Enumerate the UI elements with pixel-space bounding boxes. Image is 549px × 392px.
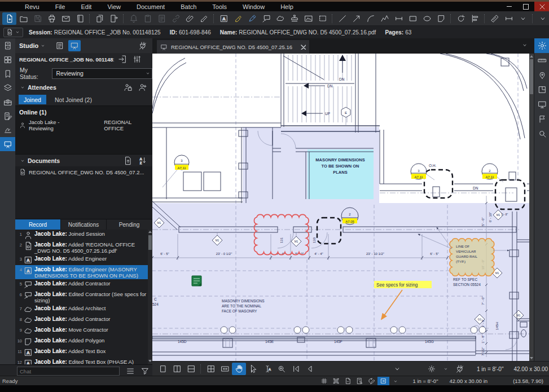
callout-tool[interactable] — [259, 12, 273, 25]
previous-page-button[interactable] — [302, 363, 317, 375]
record-row[interactable]: 12 Jacob Lake: Edited Text Box (PHASE A) — [15, 358, 148, 364]
sidebar-item-spaces[interactable] — [534, 82, 549, 97]
alignment-tool[interactable] — [468, 12, 482, 25]
sidebar-item-thumbnails[interactable] — [0, 52, 15, 67]
tab-not-joined[interactable]: Not Joined (2) — [50, 95, 97, 104]
sidebar-item-studio[interactable] — [0, 137, 15, 151]
sidebar-item-places[interactable] — [534, 68, 549, 82]
polygon-tool[interactable] — [434, 12, 448, 25]
insert-page-button[interactable] — [107, 12, 121, 25]
measure-tool[interactable] — [487, 12, 502, 25]
viewer-vscrollbar[interactable] — [529, 54, 534, 361]
snap-toggle-button[interactable] — [330, 377, 342, 385]
close-button[interactable] — [534, 2, 549, 11]
record-row[interactable]: 10 Jacob Lake: Added Polygon — [15, 336, 148, 347]
active-session-button[interactable] — [68, 40, 81, 51]
select-text-button[interactable] — [260, 363, 274, 375]
sidebar-item-search[interactable] — [534, 126, 549, 141]
minimize-button[interactable] — [500, 2, 517, 11]
viewer-page-size[interactable]: 42.00 x 30.00 in — [513, 366, 549, 372]
select-tool-button[interactable] — [246, 363, 260, 375]
snap-markup-button[interactable] — [354, 377, 366, 385]
cloud-tool[interactable] — [273, 12, 287, 25]
menu-help[interactable]: Help — [273, 3, 301, 10]
chevron-down-icon[interactable] — [20, 158, 25, 164]
copy-page-button[interactable] — [93, 12, 107, 25]
alerts-button[interactable] — [126, 12, 140, 25]
sidebar-item-file-access[interactable] — [0, 38, 15, 52]
record-row[interactable]: 9 Jacob Lake: Move Contractor — [15, 325, 148, 336]
record-row[interactable]: 8 Jacob Lake: Added Contractor — [15, 315, 148, 325]
rectangle-tool[interactable] — [406, 12, 420, 25]
menu-document[interactable]: Document — [129, 3, 173, 10]
session-list-button[interactable] — [54, 40, 66, 51]
record-row[interactable]: 7 Jacob Lake: Added Architect — [15, 304, 148, 315]
offline-indicator-button[interactable] — [137, 40, 149, 51]
sidebar-item-bookmarks[interactable] — [0, 67, 15, 81]
snapshot-tool[interactable] — [315, 12, 330, 25]
status-scale[interactable]: 1 in = 8'-0" — [412, 378, 438, 384]
single-page-button[interactable] — [156, 363, 170, 375]
tab-list-button[interactable] — [521, 42, 528, 49]
chat-input[interactable] — [17, 367, 120, 376]
tab-notifications[interactable]: Notifications — [61, 219, 107, 230]
email-button[interactable] — [59, 12, 73, 25]
document-tab[interactable]: REGIONAL OFFICE_DWG NO. D5 4500_07.25.16 — [157, 40, 309, 54]
menu-edit[interactable]: Edit — [73, 3, 99, 10]
document-list-item[interactable]: REGIONAL OFFICE_DWG NO. D5 4500_07.2... — [15, 166, 152, 178]
stamp-tool[interactable] — [287, 12, 301, 25]
leave-session-button[interactable] — [116, 54, 129, 65]
sidebar-item-layers[interactable] — [0, 81, 15, 95]
sidebar-item-properties[interactable] — [534, 38, 549, 53]
record-row[interactable]: 11 Jacob Lake: Added Text Box — [15, 347, 148, 358]
paste-button[interactable] — [140, 12, 155, 25]
profiles-button[interactable] — [73, 12, 87, 25]
toolbar-overflow-button[interactable] — [535, 12, 549, 25]
split-horizontal-button[interactable] — [184, 363, 198, 375]
flatten-button[interactable] — [197, 12, 211, 25]
chat-options-button[interactable] — [124, 365, 137, 377]
record-scrollbar[interactable] — [148, 230, 152, 364]
hyperlink-button[interactable] — [169, 12, 183, 25]
pen-tool[interactable] — [245, 12, 259, 25]
sidebar-item-measurements[interactable] — [534, 53, 549, 68]
menu-batch[interactable]: Batch — [173, 3, 204, 10]
record-row[interactable]: 1 Jacob Lake: Joined Session — [15, 230, 148, 240]
fit-page-button[interactable] — [204, 363, 218, 375]
sidebar-item-signatures[interactable] — [0, 123, 15, 137]
grid-toggle-button[interactable] — [318, 377, 330, 385]
polyline-tool[interactable] — [377, 12, 392, 25]
note-markup[interactable] — [192, 276, 201, 286]
session-settings-button[interactable] — [131, 54, 143, 65]
tab-joined[interactable]: Joined — [19, 95, 46, 104]
record-filter-button[interactable] — [139, 365, 151, 377]
calibrate-tool[interactable] — [502, 12, 516, 25]
snap-angle-button[interactable] — [366, 377, 377, 385]
menu-revu[interactable]: Revu — [17, 3, 47, 10]
add-document-button[interactable] — [122, 155, 134, 166]
zoom-tool-button[interactable] — [274, 363, 288, 375]
sidebar-item-3d[interactable] — [534, 97, 549, 112]
sort-documents-button[interactable] — [137, 155, 149, 166]
viewer-more-button[interactable] — [390, 363, 404, 375]
menu-file[interactable]: File — [47, 3, 73, 10]
reuse-markup-button[interactable] — [377, 377, 389, 385]
tab-record[interactable]: Record — [15, 219, 61, 230]
viewer-scale[interactable]: 1 in = 8'-0" — [477, 366, 503, 372]
menu-tools[interactable]: Tools — [204, 3, 235, 10]
highlighter-tool[interactable] — [231, 12, 245, 25]
line-tool[interactable] — [335, 12, 349, 25]
permissions-button[interactable] — [122, 82, 134, 93]
arrow-tool[interactable] — [349, 12, 363, 25]
snap-doc-button[interactable] — [342, 377, 354, 385]
sidebar-item-flags[interactable] — [534, 112, 549, 126]
reuse-menu-button[interactable] — [389, 377, 401, 385]
chevron-down-icon[interactable] — [20, 85, 25, 90]
sidebar-item-markups[interactable] — [0, 109, 15, 123]
disconnect-button[interactable] — [453, 363, 467, 375]
open-button[interactable] — [16, 12, 30, 25]
first-page-button[interactable] — [288, 363, 302, 375]
brightness-menu-button[interactable] — [438, 363, 453, 375]
record-row[interactable]: 4 Jacob Lake: Edited Engineer (MASONRY D… — [15, 265, 148, 279]
document-selector[interactable] — [3, 28, 23, 37]
